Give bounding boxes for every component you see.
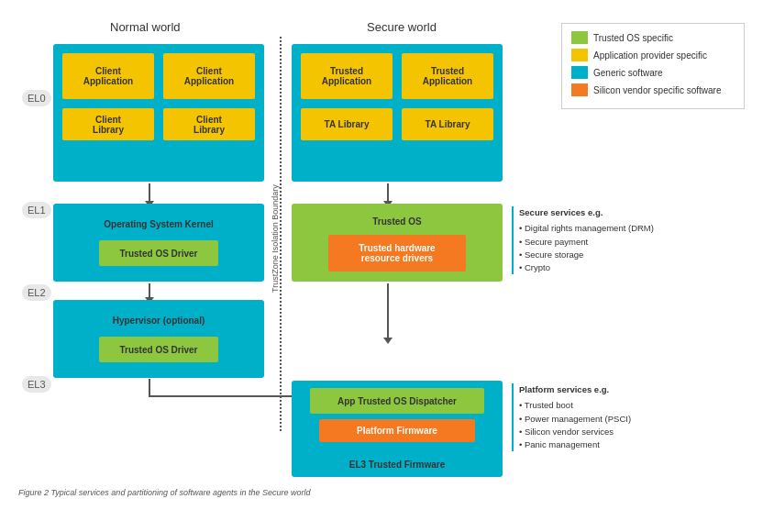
- arrow-el2-el3-normal: [149, 379, 150, 397]
- trusted-os-label: Trusted OS: [301, 211, 493, 231]
- secure-services-list: • Digital rights management (DRM)• Secur…: [519, 222, 691, 274]
- os-kernel-label: Operating System Kernel: [62, 211, 255, 237]
- trusted-app-2-box: TrustedApplication: [402, 53, 493, 99]
- ta-lib-1-box: TA Library: [301, 108, 393, 140]
- secure-services-note: Secure services e.g. • Digital rights ma…: [512, 206, 691, 274]
- main-container: Normal world Secure world Trusted OS spe…: [0, 0, 763, 532]
- hypervisor-container: Hypervisor (optional) Trusted OS Driver: [53, 300, 264, 378]
- el3-secure-container: App Trusted OS Dispatcher Platform Firmw…: [292, 381, 503, 477]
- el1-label: EL1: [22, 202, 51, 218]
- legend-color-yellow: [571, 49, 588, 61]
- arrow-el0-el1-secure: [387, 183, 389, 202]
- client-app-1-box: ClientApplication: [62, 53, 154, 99]
- platform-services-note: Platform services e.g. • Trusted boot• P…: [512, 383, 691, 451]
- el3-trusted-fw-label: EL3 Trusted Firmware: [301, 460, 493, 470]
- secure-services-title: Secure services e.g.: [519, 206, 691, 219]
- legend-item-app-provider: Application provider specific: [571, 49, 735, 61]
- legend-item-silicon: Silicon vendor specific software: [571, 83, 735, 96]
- boundary-label: TrustZone Isolation Boundary: [271, 46, 280, 431]
- secure-world-label: Secure world: [367, 20, 437, 34]
- arrow-el1-el2-normal: [149, 283, 150, 298]
- platform-firmware-box: Platform Firmware: [319, 419, 475, 442]
- el2-label: EL2: [22, 284, 51, 301]
- ta-lib-2-box: TA Library: [402, 108, 493, 140]
- trusted-hw-drivers-box: Trusted hardwareresource drivers: [328, 235, 466, 272]
- platform-services-title: Platform services e.g.: [519, 383, 691, 396]
- trustzone-boundary: [280, 37, 282, 431]
- legend-label-silicon: Silicon vendor specific software: [593, 85, 722, 95]
- arrow-el1-el3-secure: [387, 283, 389, 338]
- legend-label-generic: Generic software: [593, 68, 663, 78]
- legend: Trusted OS specific Application provider…: [561, 23, 745, 109]
- os-kernel-container: Operating System Kernel Trusted OS Drive…: [53, 204, 264, 282]
- client-lib-2-box: ClientLibrary: [163, 108, 255, 140]
- platform-services-list: • Trusted boot• Power management (PSCI)•…: [519, 399, 691, 451]
- trusted-os-container: Trusted OS Trusted hardwareresource driv…: [292, 204, 503, 282]
- trusted-os-driver-1-box: Trusted OS Driver: [99, 240, 218, 266]
- el0-label: EL0: [22, 90, 51, 106]
- legend-item-trusted-os: Trusted OS specific: [571, 31, 735, 44]
- figure-caption: Figure 2 Typical services and partitioni…: [18, 488, 311, 497]
- trusted-os-driver-2-box: Trusted OS Driver: [99, 337, 218, 362]
- diagram-area: Normal world Secure world Trusted OS spe…: [9, 9, 754, 504]
- legend-color-green: [571, 31, 588, 44]
- client-lib-1-box: ClientLibrary: [62, 108, 154, 140]
- client-app-2-box: ClientApplication: [163, 53, 255, 99]
- arrow-el0-el1-normal: [149, 183, 150, 202]
- trusted-app-1-box: TrustedApplication: [301, 53, 393, 99]
- hypervisor-label: Hypervisor (optional): [62, 307, 255, 333]
- el3-label: EL3: [22, 376, 51, 393]
- normal-world-label: Normal world: [110, 20, 181, 34]
- legend-item-generic: Generic software: [571, 66, 735, 79]
- app-trusted-os-box: App Trusted OS Dispatcher: [310, 388, 484, 414]
- legend-label-app-provider: Application provider specific: [593, 50, 707, 61]
- legend-color-orange: [571, 83, 588, 96]
- legend-label-trusted-os: Trusted OS specific: [593, 33, 673, 43]
- legend-color-cyan: [571, 66, 588, 79]
